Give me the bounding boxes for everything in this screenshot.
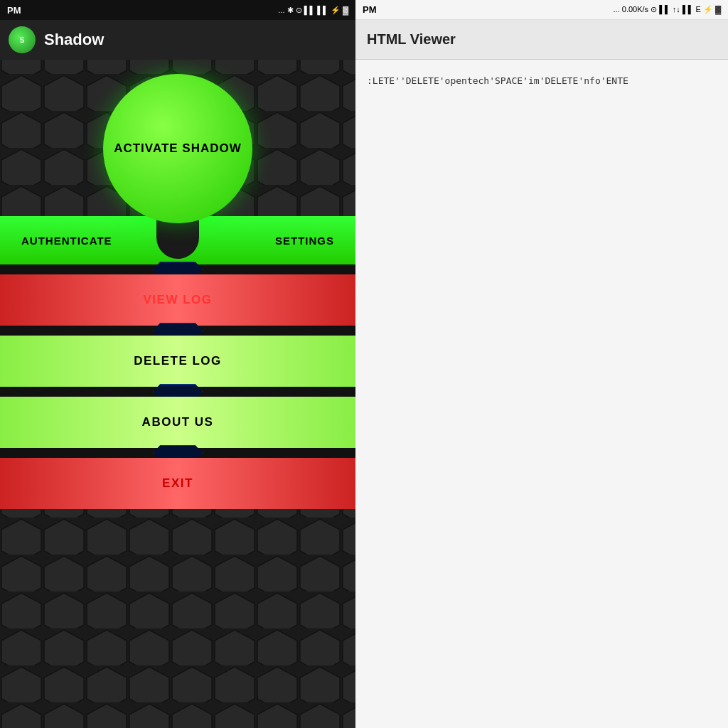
html-viewer-content: :LETE''DELETE'opentech'SPACE'im'DELETE'n… [355,60,728,728]
activate-shadow-label: ACTIVATE SHADOW [114,141,242,156]
hex-divider-1 [0,264,355,274]
activate-shadow-button[interactable]: ACTIVATE SHADOW [103,74,252,223]
hex-divider-4 [0,448,355,458]
app-logo: S [9,26,36,53]
view-log-button[interactable]: VIEW LOG [0,274,355,326]
authenticate-button[interactable]: AUTHENTICATE [21,235,112,247]
html-viewer-header: HTML Viewer [355,20,728,60]
right-panel: PM ... 0.00K/s ⊙ ▌▌ ↑↓ ▌▌ E ⚡ ▓ HTML Vie… [355,0,728,728]
exit-label: EXIT [162,476,193,491]
right-status-icons: ... 0.00K/s ⊙ ▌▌ ↑↓ ▌▌ E ⚡ ▓ [614,5,721,14]
html-viewer-title: HTML Viewer [367,31,456,48]
app-header: S Shadow [0,20,355,60]
html-viewer-text: :LETE''DELETE'opentech'SPACE'im'DELETE'n… [367,74,717,88]
settings-button[interactable]: SETTINGS [275,235,334,247]
delete-log-button[interactable]: DELETE LOG [0,336,355,387]
app-title: Shadow [44,31,104,49]
auth-settings-row: AUTHENTICATE SETTINGS [0,216,355,264]
app-content: ACTIVATE SHADOW AUTHENTICATE SETTINGS VI… [0,60,355,728]
right-status-bar: PM ... 0.00K/s ⊙ ▌▌ ↑↓ ▌▌ E ⚡ ▓ [355,0,728,20]
left-panel: PM ... ✱ ⊙ ▌▌ ▌▌ ⚡ ▓ S Shadow ACTIVATE S… [0,0,355,728]
right-time: PM [363,4,377,15]
about-us-button[interactable]: ABOUT US [0,397,355,448]
hex-divider-2 [0,326,355,336]
left-status-bar: PM ... ✱ ⊙ ▌▌ ▌▌ ⚡ ▓ [0,0,355,20]
left-status-icons: ... ✱ ⊙ ▌▌ ▌▌ ⚡ ▓ [278,6,348,15]
exit-button[interactable]: EXIT [0,458,355,509]
left-status-icons-text: ... ✱ ⊙ ▌▌ ▌▌ ⚡ ▓ [278,6,348,15]
right-status-icons-text: ... 0.00K/s ⊙ ▌▌ ↑↓ ▌▌ E ⚡ ▓ [614,5,721,14]
about-us-label: ABOUT US [142,415,214,429]
app-logo-text: S [20,36,25,44]
left-time: PM [7,5,21,16]
delete-log-label: DELETE LOG [134,354,222,368]
hex-divider-3 [0,387,355,397]
view-log-label: VIEW LOG [144,293,213,307]
